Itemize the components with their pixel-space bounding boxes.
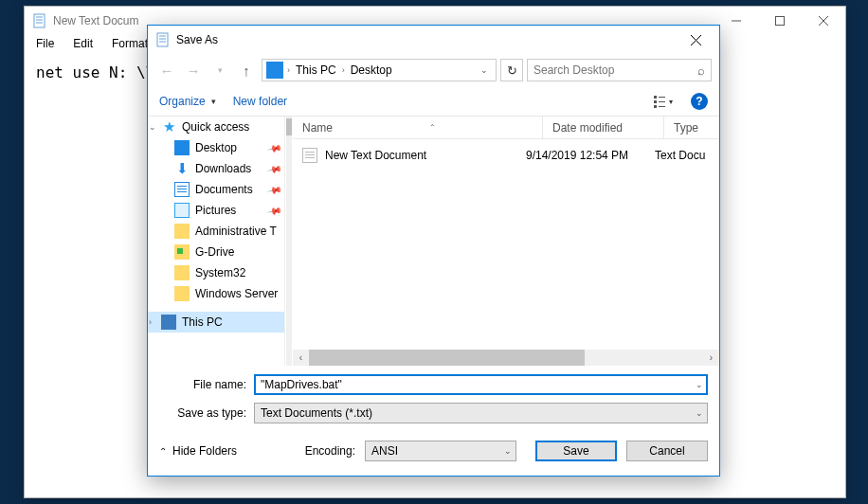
column-name[interactable]: Name ⌃ [293,117,543,138]
nav-label: G-Drive [195,245,234,259]
svg-rect-16 [654,105,657,108]
nav-desktop[interactable]: Desktop 📌 [148,137,284,158]
nav-label: System32 [195,266,245,279]
maximize-button[interactable] [758,7,802,35]
nav-label: Downloads [195,162,251,175]
file-name: New Text Document [325,149,518,162]
hide-folders-button[interactable]: ⌃ Hide Folders [159,444,237,458]
view-options-button[interactable]: ▾ [647,91,679,112]
nav-downloads[interactable]: ⬇ Downloads 📌 [148,158,284,179]
nav-label: Quick access [182,120,249,134]
cancel-button[interactable]: Cancel [626,441,708,461]
dialog-close-button[interactable] [674,26,717,54]
savetype-label: Save as type: [159,406,254,420]
chevron-right-icon[interactable]: › [342,65,345,75]
svg-rect-0 [34,14,45,27]
scroll-left-icon[interactable]: ‹ [293,350,309,366]
organize-button[interactable]: Organize [159,95,216,108]
nav-back-button[interactable]: ← [155,59,178,81]
pin-icon: 📌 [267,140,282,155]
column-date[interactable]: Date modified [543,117,664,138]
menu-edit[interactable]: Edit [65,35,100,54]
search-placeholder: Search Desktop [533,63,614,77]
nav-label: Windows Server [195,287,278,300]
address-row: ← → ▾ ↑ › This PC › Desktop ⌄ ↻ Search D… [148,54,719,86]
nav-this-pc[interactable]: › This PC [148,312,284,333]
sort-indicator-icon: ⌃ [429,123,436,132]
svg-rect-5 [776,17,785,26]
nav-up-button[interactable]: ↑ [235,59,258,81]
dialog-footer: ⌃ Hide Folders Encoding: ANSI ⌄ Save Can… [148,434,719,476]
column-type[interactable]: Type [664,117,719,138]
chevron-down-icon[interactable]: ⌄ [149,122,156,132]
breadcrumb-root[interactable]: This PC [292,63,340,77]
savetype-select[interactable]: Text Documents (*.txt) ⌄ [254,403,708,423]
svg-rect-14 [654,96,657,99]
navigation-pane[interactable]: ⌄ ★ Quick access Desktop 📌 ⬇ Downloads 📌… [148,117,285,366]
nav-folder[interactable]: System32 [148,262,284,283]
scroll-right-icon[interactable]: › [703,350,719,366]
nav-pictures[interactable]: Pictures 📌 [148,200,284,221]
this-pc-icon [161,315,176,330]
encoding-label: Encoding: [305,444,355,458]
documents-icon [174,182,190,197]
folder-icon [174,224,190,239]
column-label: Date modified [552,121,623,135]
save-button[interactable]: Save [535,441,617,461]
desktop-icon [174,140,190,155]
save-fields: File name: "MapDrives.bat" ⌄ Save as typ… [148,366,719,434]
dropdown-icon[interactable]: ⌄ [696,408,703,418]
nav-label: Desktop [195,141,237,154]
dropdown-icon[interactable]: ⌄ [696,380,703,389]
close-button[interactable] [802,7,845,35]
help-button[interactable]: ? [691,93,708,110]
folder-icon [174,265,190,280]
scroll-thumb[interactable] [309,350,585,366]
address-bar[interactable]: › This PC › Desktop ⌄ [262,59,497,81]
encoding-select[interactable]: ANSI ⌄ [365,441,516,461]
refresh-button[interactable]: ↻ [500,59,523,81]
chevron-up-icon: ⌃ [159,446,167,457]
nav-documents[interactable]: Documents 📌 [148,179,284,200]
savetype-value: Text Documents (*.txt) [261,406,372,420]
text-file-icon [302,148,317,163]
dropdown-icon[interactable]: ⌄ [504,446,512,456]
file-type: Text Docu [655,149,710,162]
nav-quick-access[interactable]: ⌄ ★ Quick access [148,117,284,137]
file-date: 9/14/2019 12:54 PM [526,149,647,162]
folder-icon [174,244,190,260]
nav-folder[interactable]: G-Drive [148,242,284,262]
svg-rect-17 [659,97,665,98]
breadcrumb-leaf[interactable]: Desktop [347,63,396,77]
nav-folder[interactable]: Windows Server [148,283,284,304]
filename-value: "MapDrives.bat" [261,378,342,391]
chevron-right-icon[interactable]: › [149,317,152,327]
nav-label: Documents [195,183,253,196]
minimize-button[interactable] [714,7,758,35]
file-list[interactable]: New Text Document 9/14/2019 12:54 PM Tex… [293,139,719,350]
chevron-right-icon[interactable]: › [287,65,290,75]
nav-recent-button[interactable]: ▾ [208,59,231,81]
address-dropdown-icon[interactable]: ⌄ [475,65,494,75]
pin-icon: 📌 [267,161,282,176]
menu-file[interactable]: File [28,35,62,54]
search-input[interactable]: Search Desktop ⌕ [527,59,712,81]
download-icon: ⬇ [174,161,190,176]
nav-scrollbar[interactable] [285,117,293,366]
nav-folder[interactable]: Administrative T [148,221,284,242]
nav-label: Administrative T [195,225,277,238]
file-list-header[interactable]: Name ⌃ Date modified Type [293,117,719,139]
svg-rect-19 [659,106,665,107]
filename-label: File name: [159,378,254,391]
hide-folders-label: Hide Folders [172,444,237,458]
new-folder-button[interactable]: New folder [233,95,287,108]
horizontal-scrollbar[interactable]: ‹ › [293,350,719,366]
file-row[interactable]: New Text Document 9/14/2019 12:54 PM Tex… [293,145,719,166]
dialog-titlebar[interactable]: Save As [148,26,719,54]
nav-forward-button[interactable]: → [182,59,205,81]
pictures-icon [174,203,190,218]
filename-input[interactable]: "MapDrives.bat" ⌄ [254,374,708,395]
nav-label: Pictures [195,204,236,217]
dialog-icon [155,32,171,47]
dialog-toolbar: Organize New folder ▾ ? [148,86,719,117]
